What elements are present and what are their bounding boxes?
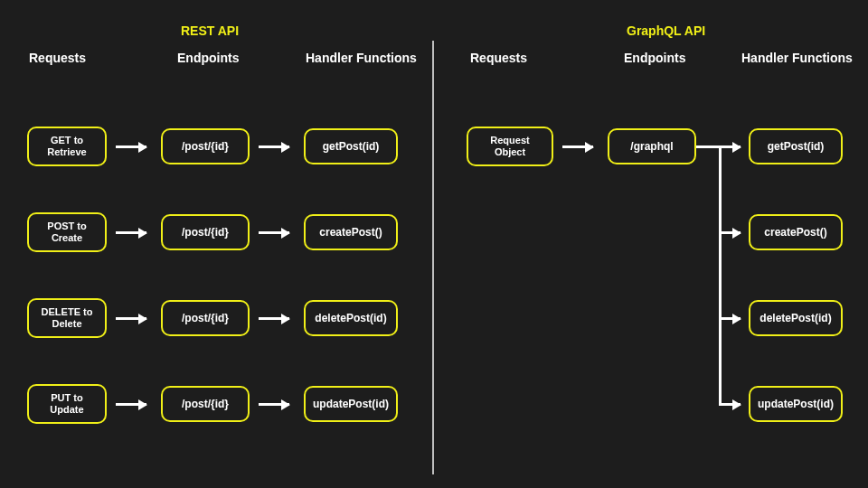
graphql-title: GraphQL API	[627, 23, 705, 38]
arrow-icon	[719, 317, 741, 320]
arrow-icon	[116, 145, 146, 148]
gql-hf-0: getPost(id)	[749, 128, 843, 164]
arrow-icon	[719, 403, 741, 406]
gql-col-handlers: Handler Functions	[741, 51, 853, 65]
rest-req-put: PUT to Update	[27, 384, 107, 424]
gql-hf-3: updatePost(id)	[749, 386, 843, 422]
gql-request-object: Request Object	[467, 127, 553, 166]
gql-hf-1: createPost()	[749, 214, 843, 250]
rest-title: REST API	[181, 23, 239, 38]
vertical-divider	[432, 41, 434, 474]
rest-hf-1: createPost()	[304, 214, 398, 250]
gql-col-requests: Requests	[470, 51, 527, 65]
gql-hf-2: deletePost(id)	[749, 300, 843, 336]
rest-req-delete: DELETE to Delete	[27, 298, 107, 338]
gql-col-endpoints: Endpoints	[624, 51, 685, 65]
connector-line	[696, 145, 722, 148]
arrow-icon	[259, 145, 289, 148]
rest-hf-0: getPost(id)	[304, 128, 398, 164]
rest-hf-3: updatePost(id)	[304, 386, 398, 422]
gql-endpoint: /graphql	[608, 128, 696, 164]
arrow-icon	[116, 403, 146, 406]
rest-ep-3: /post/{id}	[161, 386, 250, 422]
arrow-icon	[116, 317, 146, 320]
arrow-icon	[259, 403, 289, 406]
arrow-icon	[719, 145, 741, 148]
rest-req-get: GET to Retrieve	[27, 127, 107, 166]
diagram-stage: REST API GraphQL API Requests Endpoints …	[0, 0, 868, 488]
arrow-icon	[259, 317, 289, 320]
rest-hf-2: deletePost(id)	[304, 300, 398, 336]
rest-col-handlers: Handler Functions	[306, 51, 417, 65]
rest-col-requests: Requests	[29, 51, 86, 65]
arrow-icon	[116, 231, 146, 234]
rest-req-post: POST to Create	[27, 212, 107, 252]
rest-ep-0: /post/{id}	[161, 128, 250, 164]
arrow-icon	[562, 145, 593, 148]
rest-ep-1: /post/{id}	[161, 214, 250, 250]
arrow-icon	[259, 231, 289, 234]
rest-col-endpoints: Endpoints	[177, 51, 239, 65]
rest-ep-2: /post/{id}	[161, 300, 250, 336]
connector-line	[719, 145, 722, 405]
arrow-icon	[719, 231, 741, 234]
